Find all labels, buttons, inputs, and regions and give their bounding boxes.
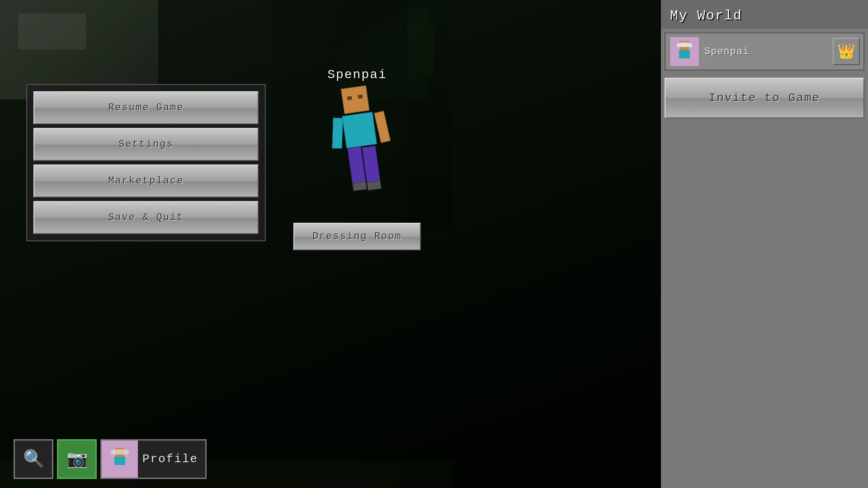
crown-icon: 👑 — [837, 42, 855, 61]
steve-foot-left — [352, 181, 367, 191]
search-icon-button[interactable]: 🔍 — [14, 439, 53, 479]
character-model — [319, 87, 396, 214]
search-icon: 🔍 — [23, 449, 44, 469]
player-card-name: Spenpai — [704, 46, 828, 57]
player-avatar — [669, 36, 700, 67]
my-world-panel: My World Spenpai 👑 Invite to Game — [661, 0, 868, 488]
mini-avatar-body — [679, 50, 690, 58]
mini-avatar — [673, 40, 696, 63]
crown-icon-button[interactable]: 👑 — [833, 38, 860, 65]
invite-to-game-button[interactable]: Invite to Game — [665, 78, 864, 118]
camera-icon: 📷 — [66, 449, 88, 469]
settings-button[interactable]: Settings — [33, 128, 259, 161]
resume-game-button[interactable]: Resume Game — [33, 91, 259, 124]
bottom-bar: 🔍 📷 Profile — [14, 439, 207, 479]
steve-body — [342, 112, 377, 149]
profile-button[interactable]: Profile — [100, 439, 207, 479]
player-card: Spenpai 👑 — [665, 33, 864, 70]
steve-arm-left — [332, 117, 343, 149]
save-quit-button[interactable]: Save & Quit — [33, 201, 259, 234]
steve-model — [322, 83, 401, 208]
pause-menu: Resume Game Settings Marketplace Save & … — [26, 84, 266, 241]
profile-label: Profile — [142, 452, 198, 466]
steve-head — [341, 85, 369, 114]
marketplace-button[interactable]: Marketplace — [33, 164, 259, 197]
steve-arm-right — [374, 111, 391, 143]
character-area: Spenpai Dressing Room — [271, 68, 443, 250]
player-name: Spenpai — [327, 68, 387, 82]
screenshot-icon-button[interactable]: 📷 — [57, 439, 97, 479]
steve-foot-right — [367, 181, 381, 191]
dressing-room-button[interactable]: Dressing Room — [293, 223, 421, 250]
my-world-title: My World — [661, 0, 868, 29]
profile-avatar — [102, 441, 138, 478]
